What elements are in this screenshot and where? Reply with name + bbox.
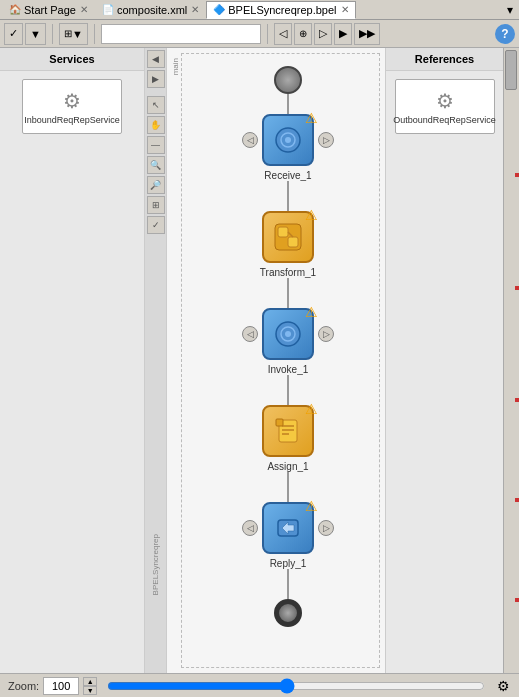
tab-composite-close[interactable]: ✕ [191, 4, 199, 15]
invoke-1-icon [273, 319, 303, 349]
invoke-1-label: Invoke_1 [268, 364, 309, 375]
references-title: References [415, 53, 474, 65]
zoom-input[interactable] [43, 677, 79, 695]
reply-1-box[interactable]: ⚠ [262, 502, 314, 554]
connector-4 [287, 375, 289, 405]
tab-bpel[interactable]: 🔷 BPELSyncreqrep.bpel ✕ [206, 1, 355, 19]
invoke-1-box[interactable]: ⚠ [262, 308, 314, 360]
node-receive-1-row: ◁ ⚠ ▷ [242, 114, 334, 166]
nav2-button[interactable]: ▶ [334, 23, 352, 45]
reply-1-nav-left[interactable]: ◁ [242, 520, 258, 536]
receive-1-nav-right[interactable]: ▷ [318, 132, 334, 148]
toolbar-save-group: ✓ ▼ [4, 23, 46, 45]
svg-point-2 [285, 137, 291, 143]
tool-collapse[interactable]: ◀ [147, 50, 165, 68]
zoom-slider[interactable] [107, 678, 485, 694]
references-header: References [386, 48, 503, 71]
outbound-service-box[interactable]: OutboundReqRepService [395, 79, 495, 134]
svg-rect-5 [288, 237, 298, 247]
invoke-1-nav-right[interactable]: ▷ [318, 326, 334, 342]
tool-layout[interactable]: ⊞ [147, 196, 165, 214]
receive-1-box[interactable]: ⚠ [262, 114, 314, 166]
node-invoke-1: ◁ ⚠ ▷ Invoke_1 [242, 308, 334, 375]
settings-icon[interactable]: ⚙ [495, 678, 511, 694]
transform-1-box[interactable]: ⚠ [262, 211, 314, 263]
main-area: Services InboundReqRepService ◀ ▶ ↖ ✋ — … [0, 48, 519, 673]
transform-1-icon [273, 222, 303, 252]
svg-rect-14 [276, 419, 283, 426]
help-label: ? [501, 27, 508, 41]
tab-bpel-label: BPELSyncreqrep.bpel [228, 4, 336, 16]
tab-start-page[interactable]: 🏠 Start Page ✕ [2, 1, 95, 19]
receive-1-icon [273, 125, 303, 155]
composite-icon: 📄 [102, 4, 114, 15]
connector-6 [287, 569, 289, 599]
nav3-button[interactable]: ▶▶ [354, 23, 380, 45]
reply-1-warning: ⚠ [305, 498, 318, 514]
tool-zoom-out[interactable]: 🔎 [147, 176, 165, 194]
assign-1-box[interactable]: ⚠ [262, 405, 314, 457]
nav-dropdown-button[interactable]: ⊕ [294, 23, 312, 45]
inbound-service-box[interactable]: InboundReqRepService [22, 79, 122, 134]
canvas-area[interactable]: main ◁ [167, 48, 385, 673]
svg-point-9 [285, 331, 291, 337]
scroll-marker-4 [515, 498, 519, 502]
forward-button[interactable]: ▷ [314, 23, 332, 45]
scroll-marker-5 [515, 598, 519, 602]
save-button[interactable]: ✓ [4, 23, 23, 45]
reply-1-label: Reply_1 [270, 558, 307, 569]
main-label: main [171, 58, 180, 75]
tool-validate[interactable]: ✓ [147, 216, 165, 234]
bottom-bar: Zoom: ▲ ▼ ⚙ [0, 673, 519, 697]
start-page-icon: 🏠 [9, 4, 21, 15]
tool-expand[interactable]: ▶ [147, 70, 165, 88]
assign-1-label: Assign_1 [267, 461, 308, 472]
transform-1-warning: ⚠ [305, 207, 318, 223]
receive-1-nav-left[interactable]: ◁ [242, 132, 258, 148]
scroll-area[interactable] [503, 48, 519, 673]
tool-zoom-in[interactable]: 🔍 [147, 156, 165, 174]
scroll-thumb[interactable] [505, 50, 517, 90]
tab-overflow-btn[interactable]: ▾ [507, 3, 513, 17]
toolbar-sep-3 [267, 24, 268, 44]
tool-select[interactable]: ↖ [147, 96, 165, 114]
assign-1-warning: ⚠ [305, 401, 318, 417]
svg-rect-4 [278, 227, 288, 237]
tab-bpel-close[interactable]: ✕ [341, 4, 349, 15]
toolbar-sep-1 [52, 24, 53, 44]
receive-1-warning: ⚠ [305, 110, 318, 126]
inbound-service-gear-icon [63, 89, 81, 113]
node-assign-1-row: ⚠ [242, 405, 334, 457]
tab-composite[interactable]: 📄 composite.xml ✕ [95, 1, 206, 19]
tool-connect[interactable]: — [147, 136, 165, 154]
toolbar-view-group: ⊞▼ [59, 23, 88, 45]
services-header: Services [0, 48, 144, 71]
node-receive-1: ◁ ⚠ ▷ Receive_1 [242, 114, 334, 181]
toolbar: ✓ ▼ ⊞▼ ◁ ⊕ ▷ ▶ ▶▶ ? [0, 20, 519, 48]
view-button[interactable]: ⊞▼ [59, 23, 88, 45]
bpel-vertical-label: BPELSyncreqrep [151, 534, 160, 595]
back-button[interactable]: ◁ [274, 23, 292, 45]
scroll-marker-1 [515, 173, 519, 177]
node-reply-1: ◁ ⚠ ▷ Reply_1 [242, 502, 334, 569]
assign-1-icon [273, 416, 303, 446]
save-dropdown-button[interactable]: ▼ [25, 23, 46, 45]
receive-1-label: Receive_1 [264, 170, 311, 181]
node-transform-1-row: ⚠ [242, 211, 334, 263]
invoke-1-nav-left[interactable]: ◁ [242, 326, 258, 342]
node-invoke-1-row: ◁ ⚠ ▷ [242, 308, 334, 360]
help-button[interactable]: ? [495, 24, 515, 44]
references-panel: References OutboundReqRepService [385, 48, 503, 673]
zoom-label: Zoom: [8, 680, 39, 692]
tab-start-page-close[interactable]: ✕ [80, 4, 88, 15]
zoom-down-btn[interactable]: ▼ [83, 686, 97, 695]
transform-1-label: Transform_1 [260, 267, 316, 278]
tool-hand[interactable]: ✋ [147, 116, 165, 134]
search-input[interactable] [101, 24, 261, 44]
reply-1-nav-right[interactable]: ▷ [318, 520, 334, 536]
zoom-up-btn[interactable]: ▲ [83, 677, 97, 686]
node-reply-1-row: ◁ ⚠ ▷ [242, 502, 334, 554]
inbound-service-label: InboundReqRepService [24, 115, 120, 125]
tab-bar: 🏠 Start Page ✕ 📄 composite.xml ✕ 🔷 BPELS… [0, 0, 519, 20]
outbound-service-gear-icon [436, 89, 454, 113]
